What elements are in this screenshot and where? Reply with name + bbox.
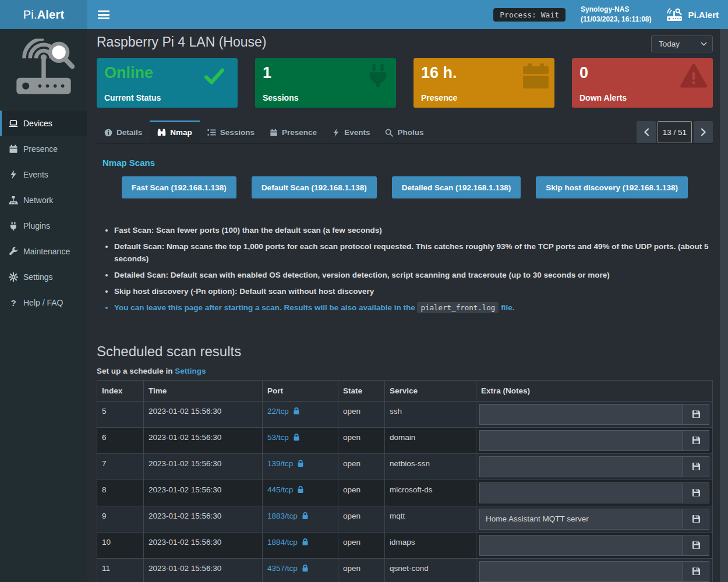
port-link[interactable]: 4357/tcp (267, 564, 309, 573)
port-link[interactable]: 139/tcp (267, 459, 304, 468)
tab-events[interactable]: Events (324, 120, 377, 143)
scheduled-results-heading: Scheduled scan results (97, 343, 713, 360)
save-icon (692, 462, 701, 471)
tab-pholus[interactable]: Pholus (377, 120, 431, 143)
schedule-hint-text: Set up a schedule in (97, 367, 173, 375)
note-input[interactable] (479, 404, 683, 425)
cell-index: 9 (97, 506, 144, 532)
save-note-button[interactable] (683, 509, 709, 530)
brand-logo[interactable]: Pi.Alert (0, 0, 87, 29)
port-link[interactable]: 22/tcp (267, 407, 300, 416)
sidebar-item-devices[interactable]: Devices (0, 111, 87, 136)
lock-icon (302, 512, 309, 520)
note-input[interactable] (479, 561, 683, 582)
settings-link[interactable]: Settings (175, 367, 206, 375)
note-input[interactable] (479, 456, 683, 477)
cell-note (476, 401, 713, 427)
pager-position: 13 / 51 (658, 121, 692, 143)
table-row: 11 2023-01-02 15:56:30 4357/tcp open qs (97, 558, 713, 582)
chevron-left-icon (644, 128, 649, 136)
col-index: Index (97, 380, 144, 401)
next-device-button[interactable] (694, 121, 713, 143)
port-link[interactable]: 445/tcp (267, 485, 304, 494)
info-note-text: file. (501, 303, 514, 312)
gear-icon (9, 272, 18, 282)
prev-device-button[interactable] (637, 121, 656, 143)
cell-state: open (338, 506, 385, 532)
app-identity: Pi.Alert (666, 8, 719, 22)
sidebar-item-label: Events (23, 170, 48, 179)
table-row: 10 2023-01-02 15:56:30 1884/tcp open id (97, 532, 713, 558)
save-note-button[interactable] (683, 404, 709, 425)
port-link[interactable]: 1884/tcp (267, 538, 309, 546)
sidebar-item-label: Settings (23, 272, 53, 282)
sidebar-item-help[interactable]: ? Help / FAQ (0, 290, 87, 315)
sidebar-item-presence[interactable]: Presence (0, 136, 87, 162)
cell-note (476, 480, 713, 506)
scan-button[interactable]: Skip host discovery (192.168.1.138) (536, 176, 688, 198)
scan-button[interactable]: Default Scan (192.168.1.138) (252, 176, 377, 198)
cell-index: 10 (97, 532, 144, 558)
save-icon (692, 488, 701, 497)
cell-note (476, 506, 713, 532)
host-timestamp: (11/03/2023, 16:11:08) (581, 15, 651, 24)
scan-note: Detailed Scan: Default scan with enabled… (114, 269, 713, 282)
table-header-row: Index Time Port State Service Extra (Not… (97, 380, 713, 401)
card-label: Down Alerts (579, 93, 627, 102)
device-pager: 13 / 51 (637, 121, 713, 143)
card-label: Current Status (104, 93, 161, 102)
port-link[interactable]: 1883/tcp (267, 512, 309, 520)
list-ol-icon (207, 128, 216, 137)
calendar-icon (523, 63, 549, 91)
save-note-button[interactable] (683, 482, 709, 503)
lock-icon (297, 459, 304, 467)
save-note-button[interactable] (683, 456, 709, 477)
cell-time: 2023-01-02 15:56:30 (144, 558, 263, 582)
sidebar-item-settings[interactable]: Settings (0, 264, 87, 290)
sidebar-item-plugins[interactable]: Plugins (0, 213, 87, 239)
topbar: Pi.Alert Process: Wait Synology-NAS (11/… (0, 0, 728, 29)
save-icon (692, 410, 701, 418)
cell-index: 8 (97, 480, 144, 506)
cell-time: 2023-01-02 15:56:30 (144, 401, 263, 427)
cell-index: 5 (97, 401, 144, 427)
process-status-badge: Process: Wait (493, 8, 566, 22)
note-input[interactable] (479, 509, 683, 530)
warning-icon (680, 63, 707, 90)
cell-service: netbios-ssn (385, 453, 476, 480)
router-search-icon (666, 8, 683, 22)
scan-button[interactable]: Detailed Scan (192.168.1.138) (392, 176, 521, 198)
note-input[interactable] (479, 430, 683, 451)
save-note-button[interactable] (683, 561, 709, 582)
col-state: State (338, 380, 385, 401)
card-down-alerts: 0 Down Alerts (572, 58, 713, 108)
network-icon (9, 196, 18, 205)
sidebar-item-maintenance[interactable]: Maintenance (0, 239, 87, 264)
note-input[interactable] (479, 535, 683, 556)
scan-button[interactable]: Fast Scan (192.168.1.138) (122, 176, 236, 198)
scan-info-note: You can leave this page after starting a… (114, 302, 713, 314)
period-select[interactable]: Today (651, 36, 713, 52)
tab-label: Events (344, 128, 370, 137)
scrollbar-track[interactable] (720, 29, 728, 582)
cell-service: domain (385, 427, 476, 453)
sidebar-item-events[interactable]: Events (0, 162, 87, 187)
tab-details[interactable]: Details (97, 120, 150, 143)
log-file-name: pialert_front.log (417, 302, 499, 313)
note-input[interactable] (479, 482, 683, 503)
chevron-down-icon (701, 42, 707, 46)
search-icon (385, 129, 393, 137)
port-link[interactable]: 53/tcp (267, 433, 300, 442)
save-note-button[interactable] (683, 535, 709, 556)
sidebar: Devices Presence Events Network Plugins (0, 29, 87, 582)
tab-nmap[interactable]: Nmap (150, 120, 200, 143)
cell-port: 139/tcp (263, 453, 338, 480)
menu-toggle-icon[interactable] (98, 10, 109, 19)
brand-prefix: Pi. (23, 8, 37, 22)
tab-sessions[interactable]: Sessions (200, 120, 262, 143)
binoculars-icon (157, 128, 166, 137)
save-note-button[interactable] (683, 430, 709, 451)
sidebar-item-network[interactable]: Network (0, 187, 87, 213)
lock-icon (293, 407, 300, 415)
tab-presence[interactable]: Presence (262, 120, 324, 143)
